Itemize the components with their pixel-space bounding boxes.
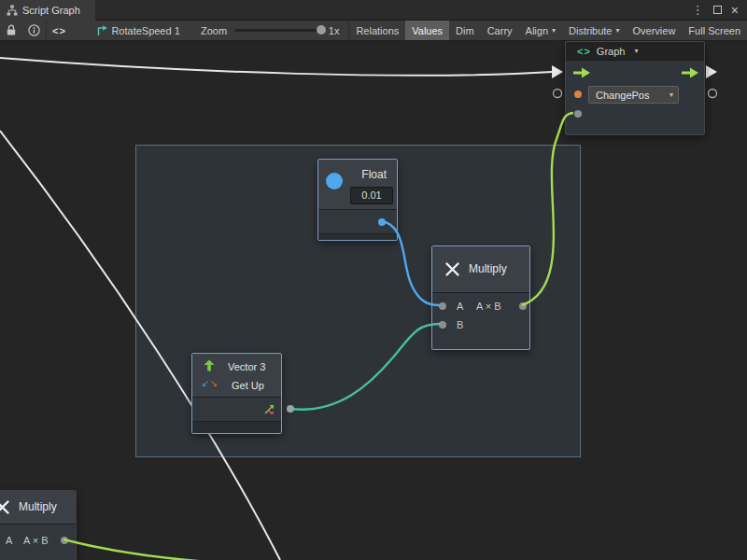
float-value-input[interactable]: 0.01	[350, 187, 393, 204]
transform-arrows-icon: ↙↘	[202, 378, 218, 388]
port-b-label: B	[457, 319, 463, 330]
code-view-toggle[interactable]: <>	[47, 21, 72, 41]
float-node[interactable]: Float 0.01	[317, 159, 398, 241]
asset-breadcrumb[interactable]: RotateSpeed 1	[111, 25, 179, 36]
multiply2-node-header: Multiply	[0, 491, 76, 525]
get-up-subtitle: Get Up	[232, 380, 264, 392]
variable-name: ChangePos	[589, 90, 650, 101]
float-output-port[interactable]	[378, 218, 386, 226]
value-input-port[interactable]	[574, 110, 582, 118]
up-arrow-icon	[204, 359, 215, 371]
chevron-down-icon: ▾	[634, 47, 638, 55]
align-button[interactable]: Align▾	[519, 21, 562, 41]
wire-offscreen-top[interactable]	[0, 58, 552, 76]
multiply-input-b-port[interactable]	[439, 321, 446, 329]
float-node-title: Float	[361, 169, 387, 181]
info-icon-glyph	[28, 24, 40, 36]
window-menu-icon[interactable]: ⋮	[692, 0, 704, 21]
vector3-node-footer	[192, 421, 281, 433]
graph-unit-node[interactable]: <> Graph ▾ ChangePos ▾	[565, 41, 705, 135]
close-icon[interactable]: ×	[731, 0, 739, 21]
overview-button[interactable]: Overview	[627, 21, 683, 41]
zoom-label: Zoom	[201, 25, 227, 36]
multiply-output-port[interactable]	[519, 302, 527, 310]
multiply-node-2[interactable]: Multiply A A × B	[0, 490, 77, 560]
relations-button[interactable]: Relations	[349, 21, 405, 41]
control-input-arrow-icon[interactable]	[572, 66, 591, 79]
vector3-output-port-icon[interactable]	[263, 404, 275, 415]
value-port-ring-left[interactable]	[554, 90, 562, 98]
control-flow-arrow-out	[706, 65, 717, 78]
float-type-icon	[326, 173, 343, 189]
value-port-ring-right[interactable]	[709, 90, 717, 98]
carry-button[interactable]: Carry	[481, 21, 519, 41]
graph-asset-icon	[91, 21, 111, 41]
maximize-icon[interactable]	[713, 6, 722, 14]
multiply-node[interactable]: Multiply A A × B B	[431, 245, 530, 350]
multiply2-output-port[interactable]	[61, 537, 68, 544]
multiply-node-title: Multiply	[469, 263, 507, 275]
chevron-down-icon: ▾	[669, 91, 678, 99]
breadcrumb-label: Graph	[597, 46, 626, 57]
multiply-node-header: Multiply	[432, 246, 529, 293]
vector3-get-up-node[interactable]: Vector 3 ↙↘ Get Up	[191, 353, 282, 434]
multiply-icon	[444, 261, 460, 277]
port-out-label: A × B	[476, 301, 501, 312]
window-titlebar: Script Graph ⋮ ×	[0, 0, 747, 21]
script-graph-icon	[7, 5, 18, 16]
chevron-down-icon: ▾	[552, 26, 556, 35]
wire-multiply2-output[interactable]	[63, 539, 224, 560]
port-a-label: A	[6, 535, 12, 546]
lock-icon-glyph	[6, 24, 17, 36]
chevron-down-icon: ▾	[616, 26, 620, 35]
graph-toolbar: <> RotateSpeed 1 Zoom 1x Relations Value…	[0, 21, 747, 41]
port-a-label: A	[457, 301, 463, 312]
lock-icon[interactable]	[0, 21, 22, 41]
control-output-arrow-icon[interactable]	[681, 66, 699, 79]
variable-dropdown[interactable]: ChangePos ▾	[588, 86, 679, 104]
variable-kind-port[interactable]	[574, 91, 582, 98]
graph-breadcrumb[interactable]: <> Graph ▾	[566, 42, 704, 61]
multiply2-node-title: Multiply	[19, 501, 57, 513]
float-node-footer	[318, 233, 397, 240]
vector3-title: Vector 3	[228, 361, 265, 373]
zoom-slider[interactable]	[234, 29, 319, 32]
visual-scripting-icon: <>	[577, 46, 591, 57]
zoom-level: 1x	[329, 25, 340, 36]
control-flow-arrow-in	[552, 65, 563, 78]
values-button[interactable]: Values	[405, 21, 449, 41]
distribute-button[interactable]: Distribute▾	[562, 21, 626, 41]
dim-button[interactable]: Dim	[449, 21, 481, 41]
multiply-icon	[0, 499, 10, 515]
tab-label: Script Graph	[22, 5, 80, 16]
port-out-label: A × B	[23, 535, 49, 546]
zoom-slider-handle[interactable]	[317, 25, 326, 35]
multiply-input-a-port[interactable]	[439, 302, 446, 310]
full-screen-button[interactable]: Full Screen	[682, 21, 747, 41]
tab-script-graph[interactable]: Script Graph	[0, 0, 95, 21]
graph-canvas[interactable]: Float 0.01 Multiply A A × B B Vector 3 ↙…	[0, 41, 747, 560]
info-icon[interactable]	[22, 21, 46, 41]
